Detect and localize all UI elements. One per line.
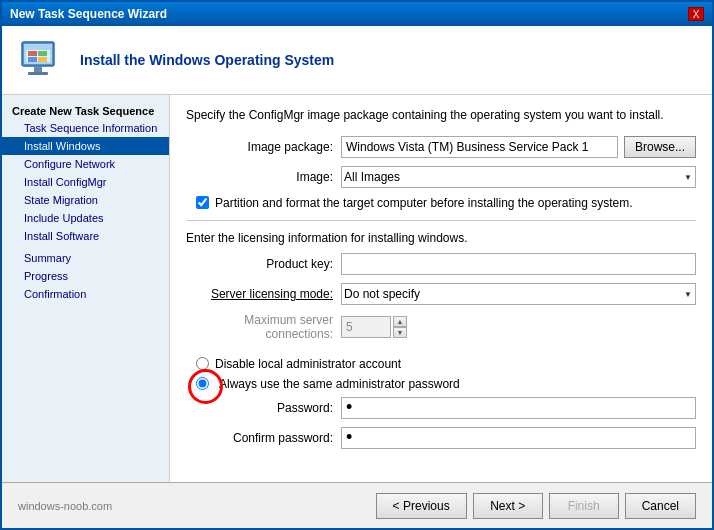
finish-button[interactable]: Finish xyxy=(549,493,619,519)
title-bar: New Task Sequence Wizard X xyxy=(2,2,712,26)
cancel-button[interactable]: Cancel xyxy=(625,493,696,519)
max-connections-row: Maximum server connections: ▲ ▼ xyxy=(186,313,696,341)
confirm-password-row: Confirm password: xyxy=(186,427,696,449)
product-key-row: Product key: xyxy=(186,253,696,275)
footer: windows-noob.com < Previous Next > Finis… xyxy=(2,482,712,528)
sidebar-item-state-migration[interactable]: State Migration xyxy=(2,191,169,209)
sidebar-item-install-windows[interactable]: Install Windows xyxy=(2,137,169,155)
image-package-label: Image package: xyxy=(186,140,341,154)
disable-admin-radio-row: Disable local administrator account xyxy=(186,357,696,371)
main-content: Specify the ConfigMgr image package cont… xyxy=(170,95,712,482)
sidebar-group-title: Create New Task Sequence xyxy=(2,101,169,119)
next-button[interactable]: Next > xyxy=(473,493,543,519)
max-connections-label: Maximum server connections: xyxy=(186,313,341,341)
confirm-password-label: Confirm password: xyxy=(186,431,341,445)
partition-checkbox-label: Partition and format the target computer… xyxy=(215,196,633,210)
svg-rect-6 xyxy=(38,51,47,56)
sidebar-item-install-software[interactable]: Install Software xyxy=(2,227,169,245)
max-connections-input[interactable] xyxy=(341,316,391,338)
always-admin-radio-label: Always use the same administrator passwo… xyxy=(219,377,460,391)
server-licensing-select[interactable]: Do not specify Per Seat Per Server xyxy=(341,283,696,305)
confirm-password-input[interactable] xyxy=(341,427,696,449)
partition-checkbox-row: Partition and format the target computer… xyxy=(186,196,696,210)
image-select-wrapper: All Images xyxy=(341,166,696,188)
sidebar-item-include-updates[interactable]: Include Updates xyxy=(2,209,169,227)
always-admin-radio[interactable] xyxy=(196,377,209,390)
image-label: Image: xyxy=(186,170,341,184)
partition-checkbox[interactable] xyxy=(196,196,209,209)
main-description: Specify the ConfigMgr image package cont… xyxy=(186,107,696,124)
spinner-down-button[interactable]: ▼ xyxy=(393,327,407,338)
svg-rect-7 xyxy=(28,57,37,62)
wizard-header-title: Install the Windows Operating System xyxy=(80,52,334,68)
radio-highlight xyxy=(196,377,209,390)
sidebar-item-install-configmgr[interactable]: Install ConfigMgr xyxy=(2,173,169,191)
server-licensing-label: Server licensing mode: xyxy=(186,287,341,301)
svg-rect-3 xyxy=(28,72,48,75)
spinner-buttons: ▲ ▼ xyxy=(393,316,407,338)
window-title: New Task Sequence Wizard xyxy=(10,7,167,21)
watermark: windows-noob.com xyxy=(18,500,112,512)
svg-rect-2 xyxy=(34,66,42,72)
disable-admin-radio[interactable] xyxy=(196,357,209,370)
image-package-row: Image package: Browse... xyxy=(186,136,696,158)
password-row: Password: xyxy=(186,397,696,419)
wizard-header: Install the Windows Operating System xyxy=(2,26,712,95)
sidebar-item-confirmation[interactable]: Confirmation xyxy=(2,285,169,303)
sidebar: Create New Task Sequence Task Sequence I… xyxy=(2,95,170,482)
previous-button[interactable]: < Previous xyxy=(376,493,467,519)
sidebar-item-task-sequence-info[interactable]: Task Sequence Information xyxy=(2,119,169,137)
sidebar-item-configure-network[interactable]: Configure Network xyxy=(2,155,169,173)
image-select[interactable]: All Images xyxy=(341,166,696,188)
sidebar-item-progress[interactable]: Progress xyxy=(2,267,169,285)
disable-admin-radio-label: Disable local administrator account xyxy=(215,357,401,371)
svg-rect-5 xyxy=(28,51,37,56)
image-package-input[interactable] xyxy=(341,136,618,158)
close-button[interactable]: X xyxy=(688,7,704,21)
max-connections-spinner: ▲ ▼ xyxy=(341,316,407,338)
always-admin-radio-row: Always use the same administrator passwo… xyxy=(186,377,696,391)
sidebar-item-summary[interactable]: Summary xyxy=(2,249,169,267)
server-licensing-select-wrapper: Do not specify Per Seat Per Server xyxy=(341,283,696,305)
password-input[interactable] xyxy=(341,397,696,419)
license-info-label: Enter the licensing information for inst… xyxy=(186,231,696,245)
image-row: Image: All Images xyxy=(186,166,696,188)
product-key-label: Product key: xyxy=(186,257,341,271)
image-package-input-group: Browse... xyxy=(341,136,696,158)
svg-rect-8 xyxy=(38,57,47,62)
spinner-up-button[interactable]: ▲ xyxy=(393,316,407,327)
password-label: Password: xyxy=(186,401,341,415)
wizard-icon xyxy=(18,36,66,84)
browse-button[interactable]: Browse... xyxy=(624,136,696,158)
footer-buttons: < Previous Next > Finish Cancel xyxy=(376,493,696,519)
server-licensing-row: Server licensing mode: Do not specify Pe… xyxy=(186,283,696,305)
product-key-input[interactable] xyxy=(341,253,696,275)
